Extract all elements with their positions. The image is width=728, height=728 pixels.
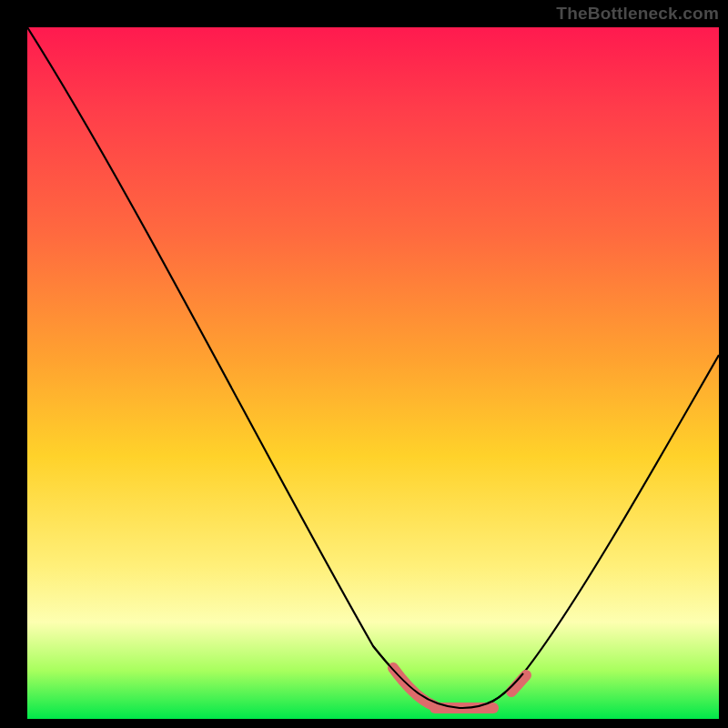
curve-layer: [27, 27, 719, 719]
plot-area: [27, 27, 719, 719]
bottleneck-curve: [27, 27, 719, 708]
chart-stage: TheBottleneck.com: [0, 0, 728, 728]
watermark-text: TheBottleneck.com: [556, 4, 719, 24]
